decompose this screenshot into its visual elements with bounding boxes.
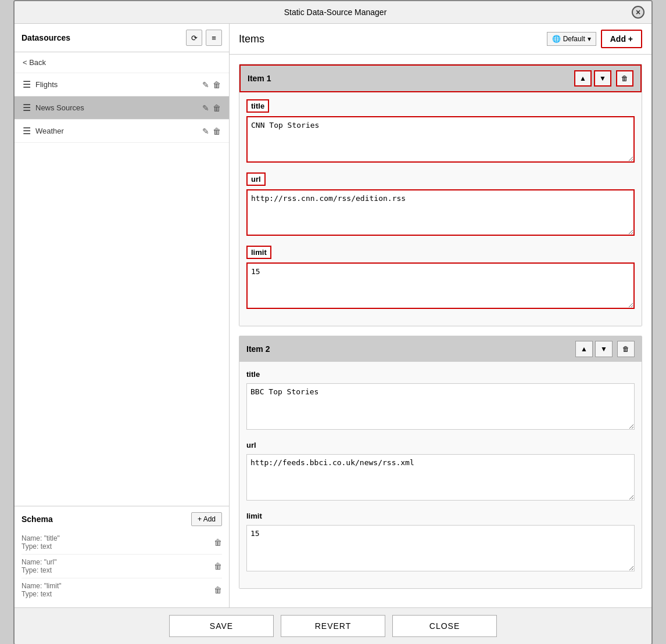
refresh-icon[interactable]: ⟳ bbox=[186, 30, 202, 46]
items-list: Item 1 ▲ ▼ 🗑 title CNN Top Stories url h… bbox=[239, 64, 642, 589]
locale-selector[interactable]: 🌐 Default ▾ bbox=[547, 32, 596, 46]
field-label-title: title bbox=[246, 369, 260, 380]
schema-item: Name: "title" Type: text 🗑 bbox=[22, 531, 222, 555]
content-header-right: 🌐 Default ▾ Add + bbox=[547, 30, 642, 48]
field-label-limit: limit bbox=[246, 510, 262, 521]
schema-section: Schema + Add Name: "title" Type: text 🗑 … bbox=[15, 506, 229, 607]
item-card-header: Item 1 ▲ ▼ 🗑 bbox=[239, 64, 642, 92]
sidebar-item-news-sources[interactable]: ☰ News Sources ✎ 🗑 bbox=[15, 96, 229, 120]
modal-title: Static Data-Source Manager bbox=[39, 8, 632, 17]
field-label-limit: limit bbox=[246, 246, 271, 259]
back-label: < Back bbox=[23, 58, 46, 67]
delete-item-button[interactable]: 🗑 bbox=[616, 70, 633, 87]
locale-value: Default bbox=[563, 35, 585, 43]
item-card-body: title CNN Top Stories url http://rss.cnn… bbox=[239, 92, 642, 326]
schema-title: Schema bbox=[22, 515, 53, 524]
item-card-controls: ▲ ▼ 🗑 bbox=[575, 341, 635, 357]
nav-item-label: Weather bbox=[35, 127, 64, 135]
field-textarea-limit[interactable]: 15 bbox=[246, 525, 635, 571]
back-button[interactable]: < Back bbox=[15, 52, 229, 73]
sidebar-item-flights[interactable]: ☰ Flights ✎ 🗑 bbox=[15, 73, 229, 96]
field-textarea-url[interactable]: http://rss.cnn.com/rss/edition.rss bbox=[246, 189, 635, 236]
schema-delete-icon[interactable]: 🗑 bbox=[214, 585, 222, 595]
content-scroll: Item 1 ▲ ▼ 🗑 title CNN Top Stories url h… bbox=[230, 55, 651, 607]
nav-item-actions: ✎ 🗑 bbox=[202, 80, 221, 89]
close-button[interactable]: CLOSE bbox=[392, 615, 497, 637]
content-title: Items bbox=[239, 33, 264, 45]
sidebar-header: Datasources ⟳ ≡ bbox=[15, 24, 229, 52]
item-card-header: Item 2 ▲ ▼ 🗑 bbox=[239, 336, 642, 362]
sidebar-item-weather[interactable]: ☰ Weather ✎ 🗑 bbox=[15, 120, 229, 143]
sidebar-icon-group: ⟳ ≡ bbox=[186, 30, 222, 46]
move-down-button[interactable]: ▼ bbox=[594, 70, 611, 87]
revert-button[interactable]: REVERT bbox=[281, 615, 385, 637]
item-card-title: Item 2 bbox=[246, 344, 270, 354]
sidebar: Datasources ⟳ ≡ < Back ☰ Flights ✎ 🗑 bbox=[15, 24, 230, 607]
field-textarea-url[interactable]: http://feeds.bbci.co.uk/news/rss.xml bbox=[246, 454, 635, 501]
save-button[interactable]: SAVE bbox=[169, 615, 274, 637]
sidebar-nav: < Back ☰ Flights ✎ 🗑 ☰ News Sources ✎ 🗑 bbox=[15, 52, 229, 506]
item-card-controls: ▲ ▼ 🗑 bbox=[574, 70, 633, 87]
settings-icon[interactable]: ≡ bbox=[206, 30, 222, 46]
list-icon: ☰ bbox=[23, 79, 31, 90]
schema-name: Name: "limit" bbox=[22, 582, 62, 590]
title-bar: Static Data-Source Manager × bbox=[15, 1, 651, 24]
nav-item-label: Flights bbox=[35, 80, 58, 89]
schema-header: Schema + Add bbox=[22, 512, 222, 526]
schema-item: Name: "limit" Type: text 🗑 bbox=[22, 578, 222, 602]
field-block-url: url http://feeds.bbci.co.uk/news/rss.xml bbox=[246, 440, 635, 502]
delete-icon[interactable]: 🗑 bbox=[213, 103, 221, 113]
nav-item-left: ☰ Weather bbox=[23, 125, 64, 136]
schema-items-list: Name: "title" Type: text 🗑 Name: "url" T… bbox=[22, 531, 222, 602]
move-up-button[interactable]: ▲ bbox=[574, 70, 592, 87]
add-item-button[interactable]: Add + bbox=[601, 30, 642, 48]
add-schema-button[interactable]: + Add bbox=[191, 512, 222, 526]
nav-item-left: ☰ Flights bbox=[23, 79, 58, 90]
list-icon: ☰ bbox=[23, 125, 31, 136]
field-textarea-limit[interactable]: 15 bbox=[246, 262, 635, 309]
schema-delete-icon[interactable]: 🗑 bbox=[214, 538, 222, 547]
field-textarea-title[interactable]: CNN Top Stories bbox=[246, 116, 635, 163]
nav-items-list: ☰ Flights ✎ 🗑 ☰ News Sources ✎ 🗑 ☰ Weath… bbox=[15, 73, 229, 143]
schema-name: Name: "title" bbox=[22, 534, 60, 542]
delete-icon[interactable]: 🗑 bbox=[213, 127, 221, 136]
nav-item-label: News Sources bbox=[35, 103, 84, 112]
edit-icon[interactable]: ✎ bbox=[202, 127, 209, 136]
main-area: Datasources ⟳ ≡ < Back ☰ Flights ✎ 🗑 bbox=[15, 24, 651, 607]
content-header: Items 🌐 Default ▾ Add + bbox=[230, 24, 651, 55]
schema-type: Type: text bbox=[22, 590, 62, 598]
delete-item-button[interactable]: 🗑 bbox=[617, 341, 635, 357]
field-textarea-title[interactable]: BBC Top Stories bbox=[246, 383, 635, 430]
field-block-limit: limit 15 bbox=[246, 246, 635, 311]
field-label-url: url bbox=[246, 172, 266, 186]
schema-type: Type: text bbox=[22, 566, 57, 574]
content-area: Items 🌐 Default ▾ Add + Item 1 ▲ ▼ bbox=[230, 24, 651, 607]
edit-icon[interactable]: ✎ bbox=[202, 103, 209, 113]
field-block-limit: limit 15 bbox=[246, 510, 635, 573]
locale-chevron: ▾ bbox=[588, 35, 591, 43]
sidebar-title: Datasources bbox=[22, 33, 70, 42]
schema-type: Type: text bbox=[22, 542, 60, 551]
item-card-1: Item 1 ▲ ▼ 🗑 title CNN Top Stories url h… bbox=[239, 64, 642, 326]
field-block-url: url http://rss.cnn.com/rss/edition.rss bbox=[246, 172, 635, 238]
schema-item: Name: "url" Type: text 🗑 bbox=[22, 555, 222, 578]
item-card-2: Item 2 ▲ ▼ 🗑 title BBC Top Stories url h… bbox=[239, 336, 642, 589]
nav-item-actions: ✎ 🗑 bbox=[202, 127, 221, 136]
item-card-title: Item 1 bbox=[248, 74, 271, 83]
field-block-title: title BBC Top Stories bbox=[246, 369, 635, 431]
locale-flag: 🌐 bbox=[552, 35, 561, 43]
field-label-url: url bbox=[246, 440, 256, 451]
list-icon: ☰ bbox=[23, 102, 31, 113]
schema-delete-icon[interactable]: 🗑 bbox=[214, 562, 222, 571]
bottom-bar: SAVE REVERT CLOSE bbox=[15, 607, 651, 644]
move-down-button[interactable]: ▼ bbox=[595, 341, 613, 357]
edit-icon[interactable]: ✎ bbox=[202, 80, 209, 89]
modal-close-button[interactable]: × bbox=[632, 6, 644, 19]
nav-item-actions: ✎ 🗑 bbox=[202, 103, 221, 113]
delete-icon[interactable]: 🗑 bbox=[213, 80, 221, 89]
item-card-body: title BBC Top Stories url http://feeds.b… bbox=[239, 362, 642, 588]
field-block-title: title CNN Top Stories bbox=[246, 99, 635, 164]
move-up-button[interactable]: ▲ bbox=[575, 341, 593, 357]
modal-container: Static Data-Source Manager × Datasources… bbox=[13, 0, 653, 644]
field-label-title: title bbox=[246, 99, 269, 113]
